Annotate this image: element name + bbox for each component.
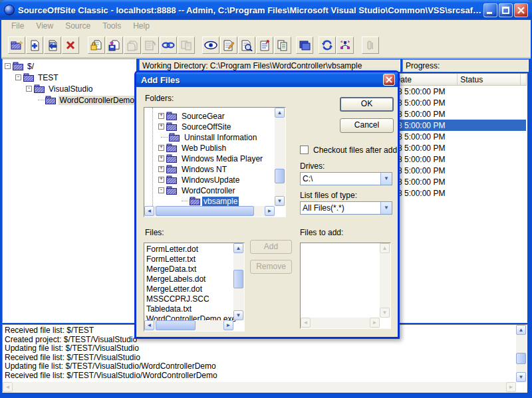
file-item[interactable]: Tabledata.txt <box>144 304 244 314</box>
chevron-down-icon[interactable]: ▼ <box>380 202 392 214</box>
folders-vertical-scrollbar[interactable]: ▲ ▼ <box>275 108 285 206</box>
get-files-button[interactable] <box>44 37 61 54</box>
edit-file-button[interactable] <box>220 37 237 54</box>
scroll-down-icon[interactable]: ▼ <box>233 310 243 320</box>
scroll-down-icon[interactable]: ▼ <box>516 372 526 382</box>
file-item[interactable]: MSSCCPRJ.SCC <box>144 294 244 304</box>
file-item[interactable]: MergeData.txt <box>144 264 244 274</box>
find-in-files-button[interactable] <box>238 37 255 54</box>
chevron-down-icon[interactable]: ▼ <box>380 173 392 185</box>
folder-item[interactable]: + Web Publish <box>144 142 275 153</box>
folder-item[interactable]: + WindowsUpdate <box>144 174 275 185</box>
expander-icon[interactable]: + <box>158 177 164 183</box>
view-file-button[interactable] <box>202 37 219 54</box>
log-vertical-scrollbar[interactable]: ▲ ▼ <box>516 325 527 382</box>
menu-help[interactable]: Help <box>127 21 156 31</box>
expander-icon[interactable]: - <box>5 63 11 69</box>
file-type-combo[interactable]: All Files(*.*) ▼ <box>300 201 392 215</box>
scroll-left-icon[interactable]: ◄ <box>144 320 154 330</box>
scroll-down-icon[interactable]: ▼ <box>275 196 285 206</box>
scroll-up-icon[interactable]: ▲ <box>516 325 526 335</box>
folder-item[interactable]: + SourceOffSite <box>144 121 275 132</box>
folder-item-selected[interactable]: vbsample <box>144 195 275 207</box>
expander-icon[interactable]: - <box>158 187 164 193</box>
expander-icon[interactable]: - <box>15 74 21 80</box>
scroll-right-icon[interactable]: ► <box>506 382 516 392</box>
ok-button[interactable]: OK <box>340 97 394 112</box>
expander-icon[interactable]: + <box>158 166 164 172</box>
cancel-button[interactable]: Cancel <box>340 118 394 133</box>
file-item[interactable]: MergeLabels.dot <box>144 274 244 284</box>
menu-file[interactable]: File <box>5 21 30 31</box>
file-item[interactable]: FormLetter.txt <box>144 254 244 264</box>
drives-combo[interactable]: C:\ ▼ <box>300 172 392 185</box>
scroll-up-icon[interactable]: ▲ <box>233 243 243 253</box>
expander-icon[interactable]: + <box>158 145 164 151</box>
close-button[interactable] <box>514 3 528 17</box>
tree-item-wordcontrollerdemo[interactable]: WordControllerDemo <box>3 94 136 106</box>
scroll-up-icon[interactable]: ▲ <box>380 243 390 253</box>
files-to-add-horizontal-scrollbar[interactable]: ◄ ► <box>301 318 380 328</box>
log-vscroll-thumb[interactable] <box>516 353 526 364</box>
tree-item-root[interactable]: - $/ <box>3 60 136 72</box>
scroll-up-icon[interactable]: ▲ <box>275 108 285 118</box>
check-out-button[interactable] <box>88 37 105 54</box>
folder-item[interactable]: + SourceGear <box>144 110 275 122</box>
column-status[interactable]: Status <box>458 74 521 86</box>
new-project-button[interactable] <box>8 37 25 54</box>
link-button[interactable] <box>160 37 177 54</box>
scroll-left-icon[interactable]: ◄ <box>144 206 154 216</box>
undo-check-out-button[interactable] <box>124 37 141 54</box>
files-hscroll-thumb[interactable] <box>156 320 196 330</box>
folder-item[interactable]: + Windows Media Player <box>144 153 275 164</box>
folders-vscroll-thumb[interactable] <box>275 169 285 183</box>
add-button[interactable]: Add <box>250 240 292 254</box>
share-button[interactable] <box>178 37 195 54</box>
menu-view[interactable]: View <box>30 21 59 31</box>
extra-tool-button[interactable] <box>362 37 379 54</box>
folder-icon <box>169 133 180 142</box>
folders-horizontal-scrollbar[interactable]: ◄ ► <box>144 206 275 217</box>
scroll-right-icon[interactable]: ► <box>265 206 275 216</box>
expander-icon[interactable]: - <box>26 86 32 92</box>
checkout-after-add-checkbox[interactable] <box>300 146 309 154</box>
copy-button[interactable] <box>274 37 291 54</box>
scroll-left-icon[interactable]: ◄ <box>3 382 13 392</box>
folder-item[interactable]: Uninstall Information <box>144 132 275 143</box>
file-item[interactable]: FormLetter.dot <box>144 245 244 254</box>
folder-item[interactable]: - WordController <box>144 185 275 196</box>
dialog-title-bar: Add Files <box>136 72 398 87</box>
expander-icon[interactable]: + <box>158 155 164 161</box>
dialog-close-button[interactable] <box>383 74 395 86</box>
maximize-button[interactable] <box>499 3 513 17</box>
tree-item-visualstudio[interactable]: - VisualStudio <box>3 83 136 94</box>
files-vertical-scrollbar[interactable]: ▲ ▼ <box>233 243 244 320</box>
menu-tools[interactable]: Tools <box>96 21 127 31</box>
menu-source[interactable]: Source <box>59 21 96 31</box>
add-files-button[interactable] <box>26 37 43 54</box>
files-vscroll-thumb[interactable] <box>233 270 243 288</box>
folder-item[interactable]: + Windows NT <box>144 163 275 175</box>
scroll-down-icon[interactable]: ▼ <box>380 308 390 318</box>
log-horizontal-scrollbar[interactable]: ◄ ► <box>3 382 516 392</box>
reports-button[interactable] <box>296 37 313 54</box>
check-in-button[interactable] <box>106 37 123 54</box>
user-management-button[interactable] <box>336 37 354 54</box>
folders-hscroll-thumb[interactable] <box>156 206 254 216</box>
files-horizontal-scrollbar[interactable]: ◄ ► <box>144 320 233 331</box>
properties-button[interactable] <box>256 37 273 54</box>
files-to-add-vertical-scrollbar[interactable]: ▲ ▼ <box>380 243 390 318</box>
branch-button[interactable] <box>142 37 159 54</box>
file-item[interactable]: MergeLetter.dot <box>144 284 244 294</box>
scroll-right-icon[interactable]: ► <box>370 318 380 328</box>
scroll-right-icon[interactable]: ► <box>223 320 233 330</box>
minimize-button[interactable] <box>483 3 497 17</box>
expander-icon[interactable]: + <box>158 124 164 130</box>
column-date[interactable]: Date <box>392 74 458 86</box>
refresh-button[interactable] <box>319 37 336 54</box>
delete-button[interactable] <box>62 37 79 54</box>
scroll-left-icon[interactable]: ◄ <box>301 318 311 328</box>
expander-icon[interactable]: + <box>158 113 164 119</box>
remove-button[interactable]: Remove <box>250 260 292 274</box>
tree-item-test[interactable]: - TEST <box>3 72 136 83</box>
